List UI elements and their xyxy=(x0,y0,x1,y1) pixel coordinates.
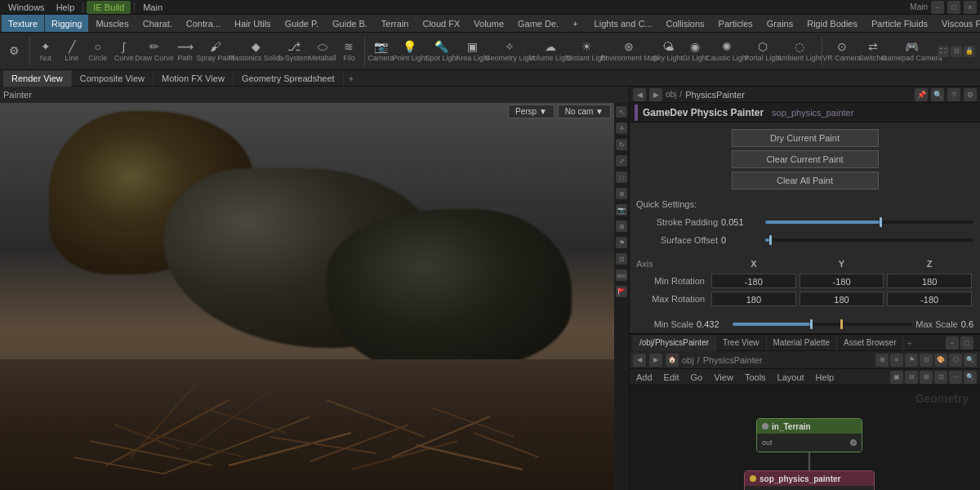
viewport-tool-select[interactable]: ↖ xyxy=(616,106,627,118)
ne-search2-icon[interactable]: 🔍 xyxy=(964,371,977,384)
viewport-abc-icon[interactable]: abc xyxy=(616,270,627,281)
ne-go-btn[interactable]: Go xyxy=(688,372,706,382)
ne-tab-obj-physics[interactable]: /obj/PhysicsPainter xyxy=(633,335,716,351)
build-button[interactable]: IE Build xyxy=(87,1,131,14)
toolbar-icon-plastonics[interactable]: ◆ Plastonics Solids xyxy=(234,33,278,69)
toolbar-icon-spray[interactable]: 🖌 Spray Paint xyxy=(199,33,232,69)
toolbar-icon-ambient[interactable]: ◌ Ambient Light xyxy=(781,33,818,69)
viewport-grid-icon[interactable]: ⊞ xyxy=(616,220,627,232)
ne-nav-back-icon[interactable]: ◀ xyxy=(633,354,646,367)
node-canvas[interactable]: Geometry xyxy=(630,385,980,490)
toolbar-tab-contra[interactable]: Contra... xyxy=(180,15,227,33)
viewport-flag-icon[interactable]: ⚑ xyxy=(616,237,627,248)
viewport-tool-move[interactable]: ✛ xyxy=(616,122,627,134)
ne-tools-btn[interactable]: Tools xyxy=(742,372,769,382)
toolbar-tab-guidep[interactable]: Guide P. xyxy=(278,15,325,33)
ne-edit-btn[interactable]: Edit xyxy=(661,372,683,382)
toolbar-tab-rigging[interactable]: Rigging xyxy=(45,15,88,33)
toolbar-tab-collisions[interactable]: Collisions xyxy=(660,15,711,33)
toolbar-icon-path[interactable]: ⟿ Path xyxy=(173,33,198,69)
terrain-out-dot[interactable] xyxy=(850,439,857,446)
min-rotation-z[interactable]: 180 xyxy=(887,274,972,288)
tab-geometry-spreadsheet[interactable]: Geometry Spreadsheet xyxy=(234,70,344,87)
tab-motion-fx-view[interactable]: Motion FX View xyxy=(154,70,234,87)
toolbar-icon-metaball[interactable]: ⬭ Metaball xyxy=(310,33,336,69)
viewport-split-icon[interactable]: ⊡ xyxy=(951,46,962,57)
cam-button[interactable]: No cam ▼ xyxy=(558,105,611,118)
ne-tab-asset-browser[interactable]: Asset Browser xyxy=(837,335,903,351)
toolbar-tab-guideb[interactable]: Guide B. xyxy=(326,15,374,33)
viewport-tool-handles[interactable]: ⊕ xyxy=(616,188,627,199)
toolbar-icon-line[interactable]: ╱ Line xyxy=(60,33,84,69)
help-icon[interactable]: ? xyxy=(947,88,960,101)
ne-help-btn[interactable]: Help xyxy=(813,372,838,382)
ne-tab-tree-view[interactable]: Tree View xyxy=(716,335,766,351)
toolbar-icon-vrcamera[interactable]: ⊙ VR Camera xyxy=(825,33,858,69)
toolbar-tab-charat[interactable]: Charat. xyxy=(136,15,179,33)
ne-add-btn[interactable]: Add xyxy=(633,372,656,382)
tab-render-view[interactable]: Render View xyxy=(3,70,72,87)
persp-button[interactable]: Persp ▼ xyxy=(508,105,555,118)
toolbar-icon-distantlight[interactable]: ☀ Distant Light xyxy=(569,33,604,69)
nav-forward-icon[interactable]: ▶ xyxy=(649,88,662,101)
ne-tab-material-palette[interactable]: Material Palette xyxy=(767,335,837,351)
menu-windows[interactable]: Windows xyxy=(3,0,50,15)
viewport-info-icon[interactable]: 🚩 xyxy=(616,286,627,297)
toolbar-icon-vollight[interactable]: ☁ Volume Light xyxy=(532,33,568,69)
toolbar-icon-switcher[interactable]: ⇄ Switcher xyxy=(860,33,886,69)
toolbar-tab-grains[interactable]: Grains xyxy=(760,15,800,33)
ne-nodes-icon[interactable]: ⬡ xyxy=(949,354,962,367)
toolbar-icon-nut[interactable]: ✦ Nut xyxy=(33,33,58,69)
toolbar-icon-caustic[interactable]: ✺ Caustic Light xyxy=(709,33,745,69)
toolbar-tab-viscous[interactable]: Viscous Fluids xyxy=(935,15,980,33)
max-rotation-x[interactable]: 180 xyxy=(711,292,796,306)
toolbar-icon-envmap[interactable]: ⊛ Environment Map xyxy=(606,33,653,69)
toolbar-icon-gamepad[interactable]: 🎮 Gamepad Camera xyxy=(888,33,936,69)
toolbar-tab-terrain[interactable]: Terrain xyxy=(375,15,416,33)
ne-layout-3-icon[interactable]: ⊞ xyxy=(920,371,933,384)
nav-back-icon[interactable]: ◀ xyxy=(633,88,646,101)
ne-flag-icon[interactable]: ⚑ xyxy=(905,354,918,367)
search-icon[interactable]: 🔍 xyxy=(931,88,944,101)
stroke-padding-slider-track[interactable] xyxy=(765,220,973,224)
toolbar-tab-cloudfx[interactable]: Cloud FX xyxy=(416,15,466,33)
viewport-snap-icon[interactable]: ⊡ xyxy=(616,253,627,265)
menu-help[interactable]: Help xyxy=(51,0,80,15)
ne-filter-icon[interactable]: ⊡ xyxy=(920,354,933,367)
toolbar-icon-curve[interactable]: ∫ Curve xyxy=(112,33,136,69)
ne-minimize-icon[interactable]: − xyxy=(946,336,959,350)
toolbar-icon-pointlight[interactable]: 💡 Point Light xyxy=(394,33,425,69)
toolbar-tab-hair[interactable]: Hair Utils xyxy=(228,15,278,33)
toolbar-icon-settings[interactable]: ⚙ xyxy=(2,33,26,69)
toolbar-tab-particle-fluids[interactable]: Particle Fluids xyxy=(865,15,934,33)
dry-paint-button[interactable]: Dry Current Paint xyxy=(732,129,879,147)
min-rotation-y[interactable]: -180 xyxy=(800,274,884,288)
tab-add-button[interactable]: + xyxy=(344,74,359,83)
toolbar-icon-circle[interactable]: ○ Circle xyxy=(86,33,110,69)
ne-search-icon[interactable]: 🔍 xyxy=(964,354,977,367)
toolbar-tab-lights[interactable]: Lights and C... xyxy=(588,15,659,33)
toolbar-icon-geolight[interactable]: ✧ Geometry Light xyxy=(489,33,531,69)
viewport-tool-scale[interactable]: ⤢ xyxy=(616,155,627,167)
maximize-icon[interactable]: □ xyxy=(947,1,960,14)
ne-maximize-icon[interactable]: □ xyxy=(960,336,973,350)
viewport-lock-icon[interactable]: 🔒 xyxy=(964,46,975,57)
toolbar-icon-skylight[interactable]: 🌤 Sky Light xyxy=(654,33,682,69)
viewport-tool-box[interactable]: □ xyxy=(616,172,627,183)
ne-nav-forward-icon[interactable]: ▶ xyxy=(649,354,662,367)
toolbar-tab-rigid[interactable]: Rigid Bodies xyxy=(800,15,864,33)
toolbar-tab-add[interactable]: + xyxy=(566,15,584,33)
physics-painter-node[interactable]: sop_physics_painter in out xyxy=(744,470,875,490)
toolbar-icon-arealight[interactable]: ▣ Area Light xyxy=(458,33,488,69)
toolbar-icon-camera[interactable]: 📷 Camera xyxy=(368,33,393,69)
toolbar-tab-particles[interactable]: Particles xyxy=(712,15,760,33)
toolbar-icon-lsystem[interactable]: ⎇ L-System xyxy=(280,33,308,69)
ne-grid-icon[interactable]: ⊞ xyxy=(875,354,889,367)
close-icon[interactable]: × xyxy=(964,1,977,14)
clear-all-button[interactable]: Clear All Paint xyxy=(732,172,879,189)
ne-dots-icon[interactable]: ⋯ xyxy=(949,371,962,384)
surface-offset-slider-track[interactable] xyxy=(765,238,973,242)
toolbar-icon-spotlight[interactable]: 🔦 Spot Light xyxy=(427,33,457,69)
ne-list-icon[interactable]: ≡ xyxy=(890,354,903,367)
toolbar-icon-gilight[interactable]: ◉ GI Light xyxy=(683,33,707,69)
